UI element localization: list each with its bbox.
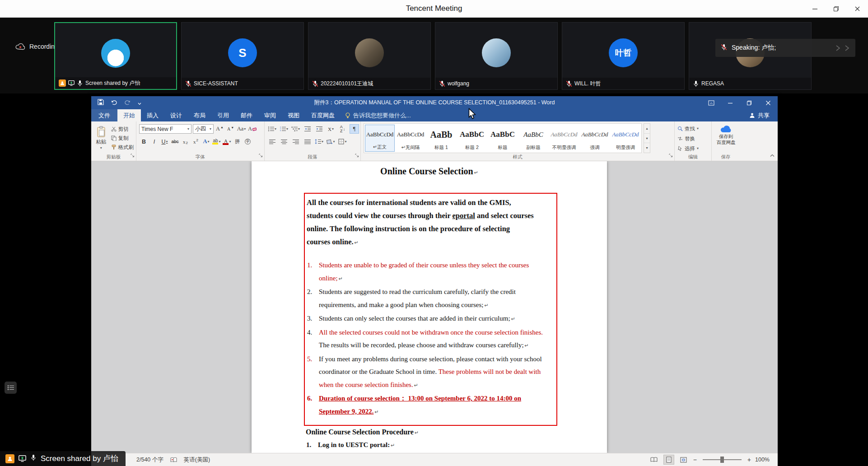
tab-mailings[interactable]: 邮件 [235,109,258,121]
styles-scroll-up-icon[interactable]: ▴ [644,124,650,134]
decrease-indent-button[interactable] [303,124,312,134]
zoom-in-button[interactable]: + [747,456,751,463]
read-mode-button[interactable] [649,455,659,465]
replace-button[interactable]: 替换 [677,135,709,143]
text-highlight-button[interactable]: ab▾ [212,137,221,146]
shading-button[interactable]: ▾ [326,137,336,146]
paste-button[interactable]: 粘贴 ▾ [94,123,108,152]
align-right-button[interactable] [291,137,300,146]
document-area[interactable]: Online Course Selection↵ All the courses… [91,161,778,453]
redo-button[interactable] [124,99,131,107]
meeting-minimize-button[interactable] [804,0,826,17]
font-dialog-launcher-icon[interactable] [259,151,263,159]
underline-button[interactable]: U▾ [160,137,169,146]
sort-button[interactable]: AZ↓ [338,124,347,134]
font-size-select[interactable]: 小四▾ [193,124,214,134]
tab-design[interactable]: 设计 [164,109,188,121]
clipboard-dialog-launcher-icon[interactable] [131,151,135,159]
style-item-1[interactable]: AaBbCcDd↵正文 [365,125,395,152]
increase-indent-button[interactable] [314,124,324,134]
zoom-slider[interactable] [703,459,742,460]
strikethrough-button[interactable]: abc [170,137,180,146]
format-painter-button[interactable]: 格式刷 [111,143,134,151]
multilevel-list-button[interactable]: ▾ [291,124,300,134]
zoom-out-button[interactable]: − [693,456,697,463]
undo-button[interactable] [111,99,117,107]
style-item-6[interactable]: AaBbC副标题 [518,125,548,152]
find-button[interactable]: 查找▾ [677,125,709,133]
style-item-2[interactable]: AaBbCcDd↵无间隔 [396,125,425,152]
style-item-8[interactable]: AaBbCcDd强调 [580,125,610,152]
zoom-slider-thumb[interactable] [720,457,724,463]
text-effects-button[interactable]: A▾ [201,137,211,146]
participant-tile-5[interactable]: 叶哲WILL. 叶哲 [562,22,685,90]
meeting-sidebar-toggle[interactable] [5,382,17,394]
tab-review[interactable]: 审阅 [258,109,282,121]
italic-button[interactable]: I [149,137,159,146]
paragraph-dialog-launcher-icon[interactable] [355,151,359,159]
tab-references[interactable]: 引用 [211,109,235,121]
style-item-4[interactable]: AaBbC标题 2 [457,125,487,152]
font-color-button[interactable]: A▾ [222,137,232,146]
participant-tile-4[interactable]: wolfgang [435,22,558,90]
style-item-3[interactable]: AaBb标题 1 [426,125,456,152]
participant-tile-3[interactable]: 202224010101王迪城 [308,22,431,90]
save-button[interactable] [98,99,104,107]
align-center-button[interactable] [279,137,289,146]
tab-insert[interactable]: 插入 [141,109,164,121]
bullets-button[interactable]: ▾ [267,124,277,134]
participant-tile-1[interactable]: Screen shared by 卢怡 [54,22,177,90]
shrink-font-button[interactable]: A▼ [226,124,235,134]
enclose-characters-button[interactable]: 字 [243,137,252,146]
tab-layout[interactable]: 布局 [188,109,211,121]
grow-font-button[interactable]: A▲ [215,124,224,134]
document-page[interactable]: Online Course Selection↵ All the courses… [252,161,607,453]
meeting-restore-button[interactable] [826,0,847,17]
tab-view[interactable]: 视图 [282,109,305,121]
meeting-close-button[interactable] [847,0,868,17]
participant-tile-2[interactable]: SSICE-ASSISTANT [181,22,304,90]
line-spacing-button[interactable]: ▾ [314,137,324,146]
language-indicator[interactable]: 英语(美国) [184,456,210,464]
collapse-ribbon-button[interactable] [770,151,775,159]
style-item-5[interactable]: AaBbC标题 [488,125,518,152]
bold-button[interactable]: B [139,137,149,146]
justify-button[interactable] [303,137,312,146]
show-marks-button[interactable]: ¶ [350,124,359,134]
styles-dialog-launcher-icon[interactable] [669,151,673,159]
zoom-level[interactable]: 100% [755,457,770,463]
align-left-button[interactable] [267,137,277,146]
styles-scroll-down-icon[interactable]: ▾ [644,134,650,144]
ribbon-display-options-button[interactable] [702,96,721,109]
word-close-button[interactable] [759,96,778,109]
cut-button[interactable]: 剪切 [111,125,134,133]
tab-baidu-pan[interactable]: 百度网盘 [305,109,341,121]
tab-home[interactable]: 开始 [117,109,141,121]
qat-customize-button[interactable] [138,99,141,107]
print-layout-button[interactable] [663,455,674,465]
tab-file[interactable]: 文件 [91,109,117,121]
style-item-9[interactable]: AaBbCcDd明显强调 [611,125,640,152]
word-count[interactable]: 2/540 个字 [136,456,163,464]
save-to-netdisk-button[interactable]: 保存到 百度网盘 [714,123,737,145]
web-layout-button[interactable] [678,455,689,465]
font-family-select[interactable]: Times New F▾ [139,124,191,134]
proofing-errors-icon[interactable] [170,457,177,463]
share-button[interactable]: 共享 [749,109,778,121]
superscript-button[interactable]: x2 [191,137,201,146]
strip-nav-arrows[interactable] [835,45,850,51]
tell-me-box[interactable]: 告诉我您想要做什么... [341,109,415,121]
change-case-button[interactable]: Aa▾ [237,124,246,134]
word-restore-button[interactable] [740,96,759,109]
numbering-button[interactable]: ▾ [279,124,289,134]
phonetic-guide-button[interactable]: 拼 [233,137,242,146]
borders-button[interactable]: ▾ [338,137,347,146]
word-minimize-button[interactable] [721,96,740,109]
style-item-7[interactable]: AaBbCcDd不明显强调 [549,125,579,152]
asian-layout-button[interactable]: X▾ [326,124,336,134]
styles-more-icon[interactable]: ▾ [644,143,650,153]
clear-formatting-button[interactable]: A [247,124,257,134]
subscript-button[interactable]: x2 [181,137,190,146]
copy-button[interactable]: 复制 [111,134,134,142]
select-button[interactable]: 选择▾ [677,144,709,153]
